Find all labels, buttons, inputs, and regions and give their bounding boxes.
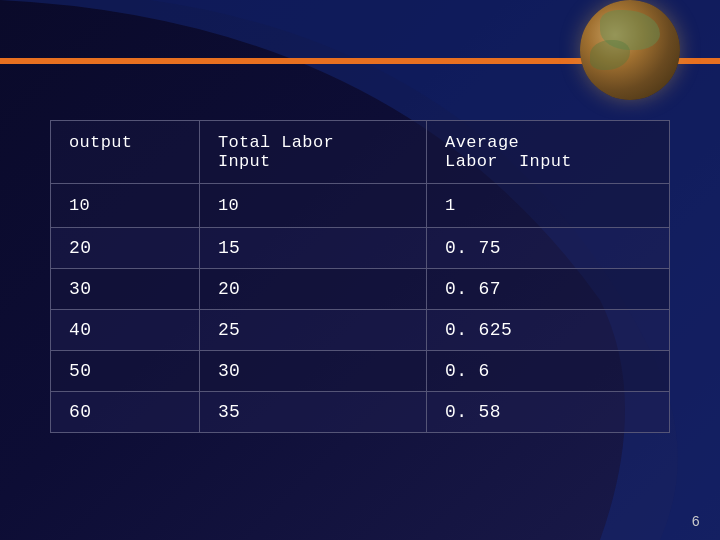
table-row: 50300. 6 — [51, 351, 670, 392]
cell-avg-labor: 0. 6 — [427, 351, 670, 392]
cell-total-labor: 30 — [199, 351, 426, 392]
globe-container — [580, 0, 690, 110]
table-header-row: output Total LaborInput AverageLabor Inp… — [51, 121, 670, 184]
cell-total-labor: 25 — [199, 310, 426, 351]
cell-output: 30 — [51, 269, 200, 310]
table-row: 10101 — [51, 184, 670, 228]
table-body: 1010120150. 7530200. 6740250. 62550300. … — [51, 184, 670, 433]
header-output: output — [51, 121, 200, 184]
cell-avg-labor: 1 — [427, 184, 670, 228]
cell-total-labor: 10 — [199, 184, 426, 228]
table-row: 30200. 67 — [51, 269, 670, 310]
cell-avg-labor: 0. 58 — [427, 392, 670, 433]
table-row: 40250. 625 — [51, 310, 670, 351]
header-total-labor: Total LaborInput — [199, 121, 426, 184]
cell-output: 50 — [51, 351, 200, 392]
cell-output: 10 — [51, 184, 200, 228]
globe-image — [580, 0, 680, 100]
cell-total-labor: 15 — [199, 228, 426, 269]
header-avg-labor: AverageLabor Input — [427, 121, 670, 184]
table-container: output Total LaborInput AverageLabor Inp… — [50, 120, 670, 433]
table-row: 20150. 75 — [51, 228, 670, 269]
cell-output: 20 — [51, 228, 200, 269]
cell-total-labor: 35 — [199, 392, 426, 433]
cell-avg-labor: 0. 75 — [427, 228, 670, 269]
cell-avg-labor: 0. 67 — [427, 269, 670, 310]
data-table: output Total LaborInput AverageLabor Inp… — [50, 120, 670, 433]
cell-avg-labor: 0. 625 — [427, 310, 670, 351]
page-number: 6 — [692, 514, 700, 530]
cell-output: 60 — [51, 392, 200, 433]
cell-total-labor: 20 — [199, 269, 426, 310]
cell-output: 40 — [51, 310, 200, 351]
table-row: 60350. 58 — [51, 392, 670, 433]
